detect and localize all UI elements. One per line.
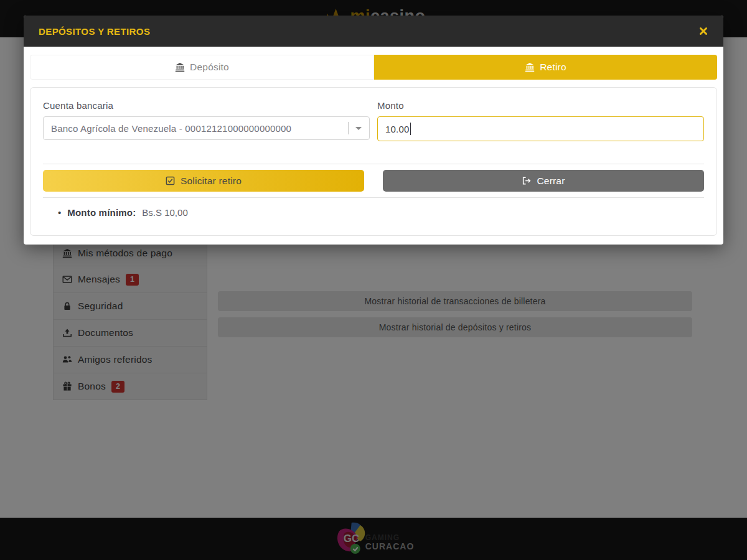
- chevron-down-icon: [355, 127, 362, 130]
- amount-field-group: Monto 10.00: [377, 100, 704, 141]
- amount-value: 10.00: [385, 124, 410, 134]
- tab-label: Retiro: [540, 62, 566, 73]
- deposit-withdraw-tabs: Depósito Retiro: [30, 55, 717, 80]
- divider: [43, 197, 704, 198]
- bank-account-select[interactable]: Banco Agrícola de Venezuela - 0001212100…: [43, 116, 370, 140]
- text-cursor: [410, 123, 411, 135]
- bank-account-label: Cuenta bancaria: [43, 100, 370, 111]
- bank-icon: [175, 62, 185, 72]
- solicitar-retiro-button[interactable]: Solicitar retiro: [43, 170, 364, 192]
- modal-title: DEPÓSITOS Y RETIROS: [39, 26, 150, 37]
- amount-label: Monto: [377, 100, 704, 111]
- minimum-amount-note: • Monto mínimo: Bs.S 10,00: [43, 207, 704, 218]
- check-square-icon: [166, 176, 175, 185]
- amount-input[interactable]: 10.00: [377, 116, 704, 141]
- modal-header: DEPÓSITOS Y RETIROS: [24, 16, 723, 47]
- page: micasino Mis métodos de pago Mensajes 1: [0, 0, 747, 560]
- deposits-withdrawals-modal: DEPÓSITOS Y RETIROS Depósito: [24, 16, 723, 245]
- modal-body: Depósito Retiro Cuenta bancaria Banco Ag…: [24, 47, 723, 245]
- close-icon[interactable]: [698, 26, 708, 36]
- withdraw-form-actions: Solicitar retiro Cerrar: [43, 170, 704, 192]
- minimum-amount-label: Monto mínimo:: [67, 207, 136, 218]
- submit-label: Solicitar retiro: [181, 175, 242, 187]
- tab-label: Depósito: [190, 62, 229, 73]
- tab-retiro[interactable]: Retiro: [374, 55, 717, 80]
- tab-deposito[interactable]: Depósito: [30, 55, 374, 80]
- withdraw-form-panel: Cuenta bancaria Banco Agrícola de Venezu…: [30, 87, 717, 236]
- bank-account-selected-value: Banco Agrícola de Venezuela - 0001212100…: [51, 123, 348, 134]
- minimum-amount-value: Bs.S 10,00: [142, 207, 187, 218]
- cerrar-button[interactable]: Cerrar: [383, 170, 704, 192]
- bank-icon: [525, 62, 535, 72]
- select-divider: [348, 122, 349, 134]
- close-modal-label: Cerrar: [537, 175, 565, 187]
- sign-out-icon: [522, 176, 531, 185]
- withdraw-form-fields: Cuenta bancaria Banco Agrícola de Venezu…: [43, 100, 704, 141]
- divider: [43, 164, 704, 164]
- bullet-icon: •: [58, 207, 61, 218]
- bank-account-field-group: Cuenta bancaria Banco Agrícola de Venezu…: [43, 100, 370, 141]
